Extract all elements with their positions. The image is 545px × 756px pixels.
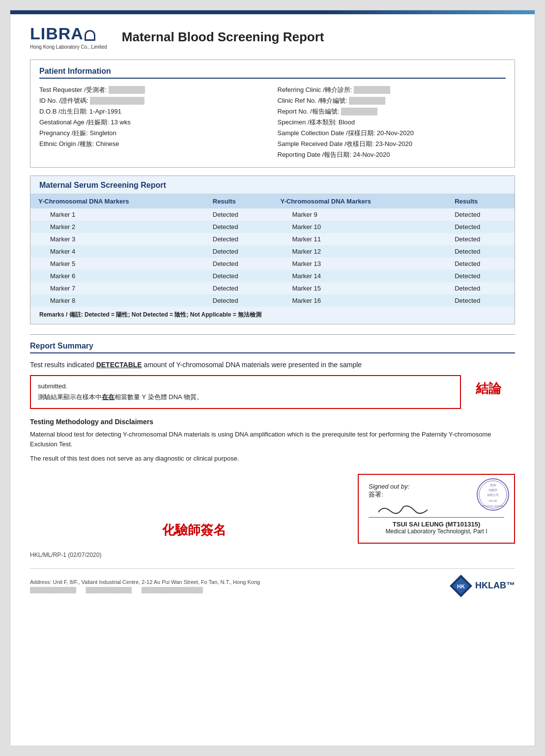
patient-row-received: Sample Received Date /收樣日期: 23-Nov-2020 (278, 139, 506, 149)
dob-label: D.O.B /出生日期: (39, 108, 89, 115)
marker-left-name: Marker 2 (30, 221, 205, 233)
methodology-title: Testing Methodology and Disclaimers (30, 418, 515, 426)
marker-right-name: Marker 11 (272, 233, 447, 245)
reportno-label: Report No. /報告編號: (278, 108, 341, 115)
patient-row-requester: Test Requester /受測者: ████████ (39, 85, 268, 95)
conclusion-submitted: submitted. (38, 382, 67, 390)
marker-right-result: Detected (447, 282, 515, 294)
conclusion-label: 結論 (476, 375, 515, 397)
footer-email: ████████████████ (142, 587, 203, 593)
patient-info-title: Patient Information (39, 67, 506, 79)
patient-info-section: Patient Information Test Requester /受測者:… (30, 59, 515, 168)
header: LIBRA Hong Kong Laboratory Co., Limited … (30, 24, 515, 50)
id-value: ████████████ (90, 97, 144, 104)
divider (30, 334, 515, 335)
clinic-value: ████████ (354, 86, 390, 93)
marker-left-name: Marker 1 (30, 208, 205, 221)
conclusion-zh: 測驗結果顯示在樣本中在在相當數量 Y 染色體 DNA 物質。 (38, 393, 203, 401)
markers-table: Y-Chromosomal DNA Markers Results Y-Chro… (30, 194, 515, 307)
id-label: ID No. /證件號碼: (39, 97, 90, 104)
marker-left-result: Detected (205, 294, 273, 307)
marker-left-result: Detected (205, 258, 273, 270)
signer-name: TSUI SAI LEUNG (MT101315) (369, 521, 504, 528)
col3-header: Y-Chromosomal DNA Markers (272, 194, 447, 208)
svg-text:化驗所: 化驗所 (488, 489, 497, 492)
patient-row-dob: D.O.B /出生日期: 1-Apr-1991 (39, 106, 268, 117)
gestational-value: 13 wks (111, 118, 130, 126)
marker-left-name: Marker 6 (30, 270, 205, 282)
logo-subtitle: Hong Kong Laboratory Co., Limited (30, 44, 107, 50)
marker-right-name: Marker 14 (272, 270, 447, 282)
ethnic-value: Chinese (96, 140, 119, 147)
marker-left-name: Marker 7 (30, 282, 205, 294)
table-row: Marker 1DetectedMarker 9Detected (30, 208, 515, 221)
logo-libra: LIBRA (30, 24, 95, 43)
methodology-text1: Maternal blood test for detecting Y-chro… (30, 430, 515, 450)
col4-header: Results (447, 194, 515, 208)
serum-title: Maternal Serum Screening Report (30, 176, 515, 194)
clinicref-value: ████████ (349, 97, 385, 104)
marker-left-result: Detected (205, 208, 273, 221)
footer-contacts: ████████████ ████████████ ██████████████… (30, 587, 260, 593)
summary-title: Report Summary (30, 342, 515, 353)
clinicref-label: Clinic Ref No. /轉介編號: (278, 97, 349, 104)
patient-row-collection: Sample Collection Date /採樣日期: 20-Nov-202… (278, 128, 506, 139)
chemist-label: 化驗師簽名 (30, 522, 358, 544)
patient-row-ethnic: Ethnic Origin /種族: Chinese (39, 139, 268, 149)
methodology-text2: The result of this test does not serve a… (30, 454, 515, 464)
signature-box: 香港 化驗所 有限公司 HKLAB Hong Kong Laboratory S… (358, 474, 515, 544)
logo-area: LIBRA Hong Kong Laboratory Co., Limited (30, 24, 107, 50)
summary-paragraph: Test results indicated DETECTABLE amount… (30, 359, 515, 370)
marker-left-result: Detected (205, 245, 273, 258)
collection-value: 20-Nov-2020 (377, 129, 414, 137)
marker-right-result: Detected (447, 221, 515, 233)
signature-line (369, 503, 504, 518)
top-bar (10, 10, 535, 14)
methodology-section: Testing Methodology and Disclaimers Mate… (30, 418, 515, 464)
clinic-label: Referring Clinic /轉介診所: (278, 86, 354, 93)
specimen-value: Blood (339, 118, 355, 126)
patient-left-col: Test Requester /受測者: ████████ ID No. /證件… (39, 85, 268, 160)
logo-arc-icon (85, 30, 95, 41)
received-value: 23-Nov-2020 (375, 140, 412, 147)
col1-header: Y-Chromosomal DNA Markers (30, 194, 205, 208)
marker-right-result: Detected (447, 294, 515, 307)
signer-title: Medical Laboratory Technologist, Part I (369, 528, 504, 535)
svg-text:HKLAB: HKLAB (489, 499, 497, 502)
pregnancy-label: Pregnancy /妊娠: (39, 129, 90, 137)
marker-right-name: Marker 9 (272, 208, 447, 221)
address-line: Address: Unit F, 8/F., Valiant Industria… (30, 579, 260, 585)
table-row: Marker 6DetectedMarker 14Detected (30, 270, 515, 282)
marker-left-result: Detected (205, 221, 273, 233)
footer-fax: ████████████ (86, 587, 132, 593)
marker-right-name: Marker 10 (272, 221, 447, 233)
patient-row-specimen: Specimen /樣本類別: Blood (278, 117, 506, 128)
patient-grid: Test Requester /受測者: ████████ ID No. /證件… (39, 85, 506, 160)
report-page: LIBRA Hong Kong Laboratory Co., Limited … (10, 10, 535, 746)
patient-row-id: ID No. /證件號碼: ████████████ (39, 95, 268, 106)
signature-svg (373, 502, 432, 516)
marker-left-result: Detected (205, 233, 273, 245)
marker-right-result: Detected (447, 208, 515, 221)
patient-row-clinicref: Clinic Ref No. /轉介編號: ████████ (278, 95, 506, 106)
reporting-value: 24-Nov-2020 (353, 151, 390, 158)
conclusion-left-box: submitted. 測驗結果顯示在樣本中在在相當數量 Y 染色體 DNA 物質… (30, 375, 461, 408)
patient-right-col: Referring Clinic /轉介診所: ████████ Clinic … (278, 85, 506, 160)
footer-address: Address: Unit F, 8/F., Valiant Industria… (30, 579, 260, 593)
table-row: Marker 3DetectedMarker 11Detected (30, 233, 515, 245)
table-row: Marker 2DetectedMarker 10Detected (30, 221, 515, 233)
patient-row-gestational: Gestational Age /妊娠期: 13 wks (39, 117, 268, 128)
pregnancy-value: Singleton (90, 129, 116, 137)
signature-row: 化驗師簽名 香港 化驗所 有限公司 HKLAB Hong Kong Labora… (30, 474, 515, 544)
marker-left-name: Marker 8 (30, 294, 205, 307)
reporting-label: Reporting Date /報告日期: (278, 151, 353, 158)
svg-text:有限公司: 有限公司 (487, 494, 499, 496)
report-title: Maternal Blood Screening Report (122, 29, 324, 45)
requester-value: ████████ (109, 86, 145, 93)
footer-logo-area: HK HKLAB™ (449, 574, 515, 598)
collection-label: Sample Collection Date /採樣日期: (278, 129, 377, 137)
footer: Address: Unit F, 8/F., Valiant Industria… (30, 568, 515, 598)
table-row: Marker 8DetectedMarker 16Detected (30, 294, 515, 307)
table-row: Marker 4DetectedMarker 12Detected (30, 245, 515, 258)
marker-left-name: Marker 3 (30, 233, 205, 245)
